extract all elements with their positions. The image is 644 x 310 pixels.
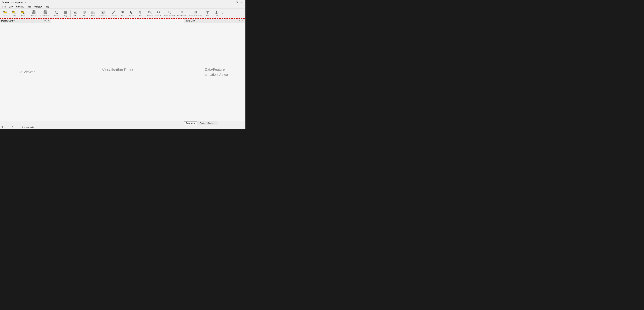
save-selected-icon	[43, 10, 48, 15]
stop-button[interactable]: Stop	[61, 9, 70, 18]
svg-rect-5	[21, 12, 24, 13]
feature-info-tab[interactable]: Feature Information	[198, 121, 218, 125]
table-view-close[interactable]: ✕	[241, 19, 244, 22]
menu-view[interactable]: View	[7, 5, 15, 9]
measure-label: Measure	[111, 15, 116, 17]
svg-rect-25	[91, 11, 95, 14]
svg-text:2D: 2D	[74, 12, 76, 14]
display-control-restore[interactable]: ⧉	[44, 19, 47, 22]
table-view-body: Data/FeatureInformation Viewer	[184, 23, 245, 121]
display-control-buttons: ⧉ ✕	[44, 19, 50, 22]
table-view-restore[interactable]: ⧉	[238, 19, 241, 22]
stop-label: Stop	[64, 15, 67, 17]
title-text: FME Data Inspector - 2022.2	[5, 1, 230, 4]
maximize-button[interactable]: ❐	[235, 1, 239, 4]
window-controls: – ❐ ✕	[230, 1, 244, 4]
minimize-button[interactable]: –	[230, 1, 234, 4]
open-label: Open	[4, 15, 7, 17]
measure-button[interactable]: Measure	[109, 9, 118, 18]
y-label: Y:	[12, 126, 13, 128]
select-no-geometry-icon	[194, 10, 198, 15]
filter-button[interactable]: Filter	[203, 9, 212, 18]
svg-rect-15	[45, 11, 45, 12]
orbit-button[interactable]: Orbit	[118, 9, 127, 18]
save-as-button[interactable]: Save As	[28, 9, 39, 18]
open-button[interactable]: Open	[1, 9, 10, 18]
svg-rect-57	[181, 12, 182, 13]
add-button[interactable]: Add	[10, 9, 18, 18]
units-value: Unknown Units	[22, 126, 34, 128]
data-feature-label: Data/FeatureInformation Viewer	[201, 67, 229, 77]
mark-button[interactable]: Mark	[212, 9, 221, 18]
table-button[interactable]: Table	[89, 9, 98, 18]
zoom-out-label: Zoom Out	[156, 15, 162, 17]
menu-file[interactable]: File	[1, 5, 7, 9]
table-view-tab[interactable]: Table View	[184, 121, 197, 125]
3d-label: 3D	[83, 15, 85, 17]
svg-marker-41	[130, 11, 132, 14]
table-view-buttons: ⧉ ✕	[238, 19, 244, 22]
menu-window[interactable]: Window	[33, 5, 43, 9]
toolbar-sep-1	[28, 10, 28, 17]
bottom-tabs: Table View Feature Information	[0, 121, 245, 125]
zoom-selected-button[interactable]: Zoom Selected	[163, 9, 176, 18]
2d-button[interactable]: 2D 2D	[71, 9, 80, 18]
display-control-close[interactable]: ✕	[47, 19, 50, 22]
2d-icon: 2D	[73, 10, 78, 15]
y-coordinate: Y: ----------	[12, 126, 20, 128]
save-selected-label: Save Selected	[40, 15, 50, 17]
slideshow-label: Slideshow	[100, 15, 106, 17]
svg-marker-63	[206, 11, 209, 14]
table-icon	[91, 10, 95, 15]
table-view-title: Table View	[185, 20, 195, 22]
title-bar: 🗺 FME Data Inspector - 2022.2 – ❐ ✕	[0, 0, 245, 5]
display-control-title: Display Control	[1, 20, 15, 22]
3d-button[interactable]: 3D	[80, 9, 89, 18]
select-no-geometry-button[interactable]: Select No Geometry	[189, 9, 202, 18]
units-display: Unknown Units	[22, 126, 34, 128]
orbit-icon	[120, 10, 124, 15]
orbit-label: Orbit	[121, 15, 124, 17]
refresh-icon	[55, 10, 59, 15]
zoom-out-icon	[157, 10, 161, 15]
menu-help[interactable]: Help	[43, 5, 51, 9]
pan-label: Pan	[139, 15, 142, 17]
toolbar-sep-5	[145, 10, 145, 17]
toolbar-sep-2	[52, 10, 52, 17]
close-button[interactable]: ✕	[240, 1, 244, 4]
bottom-area: Table View Feature Information X: ------…	[0, 121, 245, 129]
select-button[interactable]: Select	[127, 9, 136, 18]
menu-tools[interactable]: Tools	[25, 5, 33, 9]
toolbar-sep-4	[109, 10, 109, 17]
add-label: Add	[13, 15, 16, 17]
measure-icon	[112, 10, 116, 15]
zoom-in-button[interactable]: Zoom In	[146, 9, 154, 18]
open-icon	[3, 10, 7, 15]
close-tool-button[interactable]: Close	[18, 9, 28, 18]
save-selected-button[interactable]: Save Selected	[39, 9, 52, 18]
slideshow-icon	[101, 10, 105, 15]
visualisation-label: Visualisation Pane	[102, 68, 133, 72]
3d-icon	[82, 10, 86, 15]
mark-label: Mark	[215, 15, 218, 17]
y-value: ----------	[14, 126, 20, 128]
toolbar: Open Add	[0, 9, 245, 19]
svg-marker-65	[216, 11, 217, 12]
display-control-panel: Display Control ⧉ ✕ File Viewer	[0, 19, 51, 121]
zoom-in-icon	[148, 10, 152, 15]
refresh-button[interactable]: Refresh	[52, 9, 61, 18]
pan-button[interactable]: Pan	[136, 9, 145, 18]
pan-icon	[138, 10, 142, 15]
mark-icon	[214, 10, 218, 15]
slideshow-button[interactable]: Slideshow	[98, 9, 108, 18]
zoom-extents-button[interactable]: Zoom Extents	[176, 9, 188, 18]
toolbar-more-button[interactable]: »	[221, 9, 224, 18]
svg-rect-12	[33, 13, 34, 13]
zoom-out-button[interactable]: Zoom Out	[154, 9, 163, 18]
x-coordinate: X: ----------	[2, 126, 10, 128]
svg-line-46	[150, 13, 152, 14]
menu-camera[interactable]: Camera	[15, 5, 25, 9]
svg-rect-43	[140, 12, 140, 13]
close-tool-icon	[21, 10, 25, 15]
zoom-extents-label: Zoom Extents	[177, 15, 186, 17]
